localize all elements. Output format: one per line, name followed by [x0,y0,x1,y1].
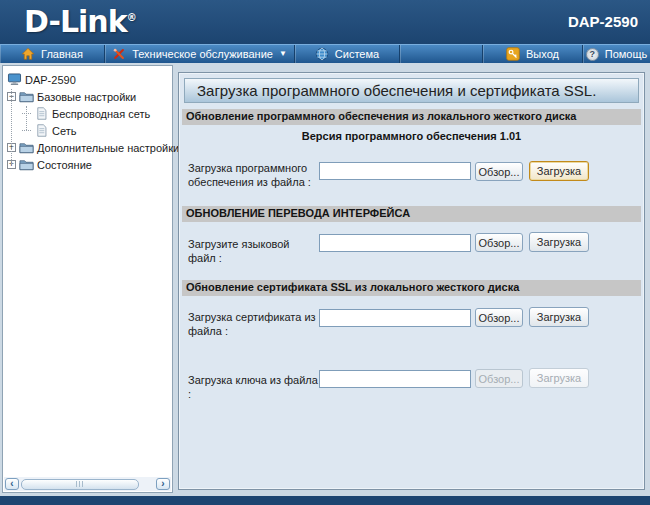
scroll-left-button[interactable]: ‹ [5,478,19,490]
tree-item-status-label: Состояние [37,159,92,171]
dlink-logo: D-Link® [24,4,137,39]
tree-item-basic-label: Базовые настройки [37,91,136,103]
tree-item-wireless[interactable]: Беспроводная сеть [22,105,172,122]
nav-home-label: Главная [41,48,83,60]
firmware-upload-button[interactable]: Загрузка [529,161,589,181]
tree-root-dap2590[interactable]: DAP-2590 [7,71,172,88]
tree-dash [22,130,31,131]
nav-tree: DAP-2590 − Базовые настройки Беспроводна… [3,66,172,173]
key-icon [506,47,520,61]
help-icon: ? [586,48,599,61]
sidebar-horizontal-scrollbar: ‹ › [4,477,171,491]
firmware-file-label: Загрузка программного обеспечения из фай… [188,161,320,189]
certificate-file-label: Загрузка сертификата из файла : [188,310,320,338]
document-icon [34,124,49,137]
section-ssl-header: Обновление сертификата SSL из локального… [182,280,641,296]
globe-icon [315,47,329,61]
scrollbar-grip [76,481,85,487]
bottom-bar [0,496,650,505]
tools-icon [112,47,126,61]
folder-icon [19,90,34,103]
folder-icon [19,141,34,154]
key-file-input[interactable] [319,370,471,388]
certificate-file-input[interactable] [319,309,471,327]
section-firmware-header: Обновление программного обеспечения из л… [182,109,641,125]
tree-connector-line [11,89,12,164]
nav-help[interactable]: ? Помощь [583,45,650,63]
scrollbar-thumb[interactable] [21,479,139,490]
top-nav: Главная Техническое обслуживание ▼ Систе… [0,44,650,63]
page-title: Загрузка программного обеспечения и серт… [184,78,639,103]
key-browse-button: Обзор... [475,369,523,388]
tree-connector-line-child [26,106,27,130]
nav-system-label: Система [335,48,379,60]
nav-home[interactable]: Главная [0,45,105,63]
key-upload-button: Загрузка [529,368,589,388]
device-model: DAP-2590 [568,13,638,30]
nav-logout[interactable]: Выход [483,45,583,63]
nav-system[interactable]: Система [295,45,400,63]
header-banner: D-Link® DAP-2590 [0,0,650,44]
nav-spacer [400,45,483,63]
tree-item-basic-settings[interactable]: − Базовые настройки [7,88,172,105]
firmware-browse-button[interactable]: Обзор... [475,162,523,181]
nav-maintenance-label: Техническое обслуживание [132,48,273,60]
language-file-input[interactable] [319,234,471,252]
tree-item-lan[interactable]: Сеть [22,122,172,139]
tree-item-status[interactable]: + Состояние [7,156,172,173]
nav-help-label: Помощь [605,48,648,60]
registered-mark: ® [127,12,137,23]
scroll-right-button[interactable]: › [156,478,170,490]
device-icon [7,73,22,86]
language-file-label: Загрузите языковой файл : [188,237,320,265]
certificate-browse-button[interactable]: Обзор... [475,308,523,327]
nav-logout-label: Выход [526,48,559,60]
certificate-upload-button[interactable]: Загрузка [529,307,589,327]
content-panel: Загрузка программного обеспечения и серт… [178,72,645,490]
language-browse-button[interactable]: Обзор... [475,233,523,252]
folder-icon [19,158,34,171]
tree-item-advanced-label: Дополнительные настройки [37,142,179,154]
home-icon [21,47,35,61]
document-icon [34,107,49,120]
chevron-down-icon: ▼ [279,50,287,58]
firmware-file-input[interactable] [319,162,471,180]
tree-root-label: DAP-2590 [25,74,76,86]
tree-item-lan-label: Сеть [52,125,76,137]
sidebar-tree-panel: DAP-2590 − Базовые настройки Беспроводна… [2,65,173,493]
nav-maintenance[interactable]: Техническое обслуживание ▼ [105,45,295,63]
section-language-header: ОБНОВЛЕНИЕ ПЕРЕВОДА ИНТЕРФЕЙСА [182,206,641,222]
tree-item-wireless-label: Беспроводная сеть [52,108,150,120]
key-file-label: Загрузка ключа из файла : [188,373,320,401]
tree-item-advanced-settings[interactable]: + Дополнительные настройки [7,139,172,156]
firmware-version-text: Версия программного обеспечения 1.01 [179,130,644,142]
language-upload-button[interactable]: Загрузка [529,232,589,252]
